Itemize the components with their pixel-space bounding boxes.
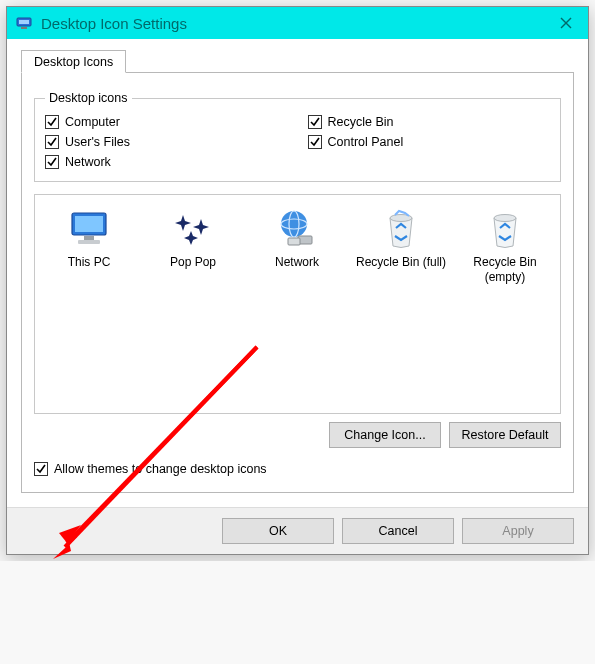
checkmark-icon bbox=[308, 135, 322, 149]
icon-label: Network bbox=[275, 255, 319, 270]
cancel-button[interactable]: Cancel bbox=[342, 518, 454, 544]
checkbox-users-files[interactable]: User's Files bbox=[45, 135, 288, 149]
svg-rect-16 bbox=[288, 238, 300, 245]
svg-rect-8 bbox=[78, 240, 100, 244]
star-cluster-icon bbox=[171, 207, 215, 251]
icon-label: Recycle Bin (full) bbox=[356, 255, 446, 270]
svg-marker-9 bbox=[175, 215, 191, 231]
icon-preview-box: This PC Pop Pop bbox=[34, 194, 561, 414]
dialog-window: Desktop Icon Settings Desktop Icons Desk… bbox=[6, 6, 589, 555]
checkbox-label: User's Files bbox=[65, 135, 130, 149]
icon-label: Pop Pop bbox=[170, 255, 216, 270]
tab-panel: Desktop icons Computer Recycle Bin bbox=[21, 72, 574, 493]
restore-default-button[interactable]: Restore Default bbox=[449, 422, 561, 448]
tab-desktop-icons[interactable]: Desktop Icons bbox=[21, 50, 126, 73]
app-icon bbox=[15, 14, 33, 32]
icon-pop-pop[interactable]: Pop Pop bbox=[145, 203, 241, 289]
checkbox-allow-themes[interactable]: Allow themes to change desktop icons bbox=[34, 462, 561, 476]
checkbox-network[interactable]: Network bbox=[45, 155, 288, 169]
titlebar: Desktop Icon Settings bbox=[7, 7, 588, 39]
dialog-body: Desktop Icons Desktop icons Computer bbox=[7, 39, 588, 507]
checkbox-label: Recycle Bin bbox=[328, 115, 394, 129]
dialog-footer: OK Cancel Apply bbox=[7, 507, 588, 554]
checkbox-label: Network bbox=[65, 155, 111, 169]
close-button[interactable] bbox=[544, 7, 588, 39]
apply-button[interactable]: Apply bbox=[462, 518, 574, 544]
icon-label: Recycle Bin (empty) bbox=[457, 255, 553, 285]
svg-point-18 bbox=[494, 215, 516, 222]
icon-label: This PC bbox=[68, 255, 111, 270]
group-legend: Desktop icons bbox=[45, 91, 132, 105]
monitor-icon bbox=[67, 207, 111, 251]
checkbox-label: Control Panel bbox=[328, 135, 404, 149]
checkbox-computer[interactable]: Computer bbox=[45, 115, 288, 129]
svg-rect-7 bbox=[84, 236, 94, 240]
checkmark-icon bbox=[34, 462, 48, 476]
tab-strip: Desktop Icons bbox=[21, 49, 574, 72]
checkmark-icon bbox=[308, 115, 322, 129]
trash-full-icon bbox=[379, 207, 423, 251]
svg-point-12 bbox=[281, 211, 307, 237]
checkmark-icon bbox=[45, 115, 59, 129]
checkmark-icon bbox=[45, 135, 59, 149]
icon-recycle-bin-empty[interactable]: Recycle Bin (empty) bbox=[457, 203, 553, 289]
change-icon-button[interactable]: Change Icon... bbox=[329, 422, 441, 448]
checkbox-control-panel[interactable]: Control Panel bbox=[308, 135, 551, 149]
checkbox-grid: Computer Recycle Bin User's Files bbox=[45, 111, 550, 169]
svg-rect-2 bbox=[21, 27, 27, 29]
checkmark-icon bbox=[45, 155, 59, 169]
svg-rect-6 bbox=[75, 216, 103, 232]
icon-recycle-bin-full[interactable]: Recycle Bin (full) bbox=[353, 203, 449, 289]
trash-empty-icon bbox=[483, 207, 527, 251]
icon-this-pc[interactable]: This PC bbox=[41, 203, 137, 289]
desktop-icons-group: Desktop icons Computer Recycle Bin bbox=[34, 91, 561, 182]
icon-network[interactable]: Network bbox=[249, 203, 345, 289]
checkbox-recycle-bin[interactable]: Recycle Bin bbox=[308, 115, 551, 129]
icon-row: This PC Pop Pop bbox=[41, 203, 554, 289]
svg-marker-10 bbox=[193, 219, 209, 235]
ok-button[interactable]: OK bbox=[222, 518, 334, 544]
svg-marker-11 bbox=[184, 231, 198, 245]
icon-button-row: Change Icon... Restore Default bbox=[34, 422, 561, 448]
tab-label: Desktop Icons bbox=[34, 55, 113, 69]
globe-icon bbox=[275, 207, 319, 251]
checkbox-label: Computer bbox=[65, 115, 120, 129]
checkbox-label: Allow themes to change desktop icons bbox=[54, 462, 267, 476]
window-title: Desktop Icon Settings bbox=[41, 15, 544, 32]
svg-rect-1 bbox=[19, 20, 29, 24]
